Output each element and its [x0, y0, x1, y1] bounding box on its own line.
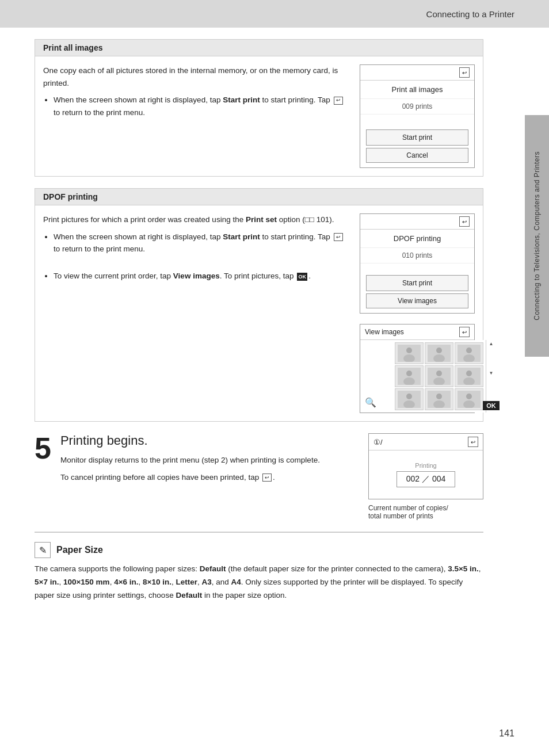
image-cell-1 [395, 342, 424, 364]
view-images-title: View images [365, 328, 404, 336]
step5-right: ①/ ↩ Printing 002 ／ 004 Current number o… [368, 433, 483, 520]
print-all-screen-title: Print all images [360, 81, 474, 99]
paper-size-text: The camera supports the following paper … [35, 563, 483, 602]
paper-size-title: Paper Size [56, 545, 103, 555]
image-cell-7 [395, 388, 424, 410]
print-all-screen-prints: 009 prints [360, 99, 474, 114]
back-icon: ↩ [334, 97, 343, 105]
scroll-bar: ▲ ▼ OK [486, 340, 496, 413]
print-all-screen-header: ↩ [360, 65, 474, 81]
print-all-images-text: One copy each of all pictures stored in … [43, 64, 348, 168]
svg-point-10 [406, 371, 412, 376]
svg-point-7 [466, 348, 472, 353]
dpof-screen1-prints: 010 prints [360, 248, 474, 264]
scroll-up-arrow: ▲ [489, 341, 494, 346]
svg-point-13 [436, 371, 442, 376]
back-icon-2: ↩ [334, 233, 343, 241]
svg-point-19 [406, 394, 412, 399]
image-cell-9 [455, 388, 483, 410]
dpof-bullet1: When the screen shown at right is displa… [54, 231, 348, 255]
dpof-printing-section: DPOF printing Print pictures for which a… [35, 188, 483, 422]
step5-text1: Monitor display returns to the print men… [60, 454, 351, 467]
dpof-printing-header: DPOF printing [35, 189, 483, 205]
printing-screen-back-icon: ↩ [468, 437, 478, 447]
printing-screen-body: Printing 002 ／ 004 [369, 450, 483, 499]
print-all-images-section: Print all images One copy each of all pi… [35, 39, 483, 177]
scroll-down-arrow: ▼ [489, 371, 494, 376]
svg-point-4 [436, 348, 442, 353]
paper-size-header: ✎ Paper Size [35, 542, 483, 558]
pencil-icon: ✎ [35, 542, 51, 558]
print-all-screen: ↩ Print all images 009 prints Start prin… [360, 64, 475, 168]
print-all-images-title: Print all images [43, 43, 102, 52]
step5-content: Printing begins. Monitor display returns… [60, 433, 351, 488]
view-images-header: View images ↩ [360, 324, 474, 340]
step5-text2: To cancel printing before all copies hav… [60, 471, 351, 484]
page-number: 141 [499, 728, 514, 739]
main-content: Print all images One copy each of all pi… [0, 28, 518, 614]
screen-back-icon: ↩ [459, 67, 470, 78]
dpof-start-btn[interactable]: Start print [366, 275, 468, 291]
image-grid-area [381, 340, 486, 413]
image-grid [381, 340, 486, 413]
printing-counter: 002 ／ 004 [396, 471, 456, 487]
printing-label: Printing [396, 462, 456, 469]
dpof-screens: ↩ DPOF printing 010 prints Start print V… [360, 213, 475, 413]
step5-title-text: Printing begins. [60, 433, 148, 448]
print-all-images-header: Print all images [35, 40, 483, 56]
svg-point-22 [436, 394, 442, 399]
image-cell-3 [455, 342, 483, 364]
image-cell-2 [425, 342, 453, 364]
image-cell-6 [455, 365, 483, 387]
view-images-content: 🔍 [360, 340, 474, 413]
dpof-screen1-header: ↩ [360, 214, 474, 230]
svg-point-16 [466, 371, 472, 376]
header-title: Connecting to a Printer [426, 9, 514, 19]
caption-text: Current number of copies/total number of… [368, 504, 448, 520]
page: Connecting to a Printer Connecting to Te… [0, 0, 549, 756]
zoom-icon: 🔍 [363, 395, 379, 410]
paper-size-section: ✎ Paper Size The camera supports the fol… [35, 532, 483, 602]
ok-icon: OK [297, 273, 307, 281]
print-all-bullet: When the screen shown at right is displa… [54, 94, 348, 119]
step5-section: 5 Printing begins. Monitor display retur… [35, 433, 483, 520]
step5-number: 5 [35, 433, 51, 463]
printing-screen-header: ①/ ↩ [369, 434, 483, 450]
printing-caption: Current number of copies/total number of… [368, 504, 448, 520]
dpof-bullet2: To view the current print order, tap Vie… [54, 270, 348, 282]
back-icon-3: ↩ [262, 474, 272, 482]
view-images-screen: View images ↩ 🔍 [360, 324, 475, 413]
printing-screen: ①/ ↩ Printing 002 ／ 004 [368, 433, 483, 499]
print-all-images-body: One copy each of all pictures stored in … [35, 56, 483, 176]
side-tab-text: Connecting to Televisions, Computers and… [533, 151, 541, 320]
dpof-printing-body: Print pictures for which a print order w… [35, 205, 483, 421]
svg-point-1 [406, 348, 412, 353]
dpof-screen1-back-icon: ↩ [459, 216, 470, 227]
zoom-area: 🔍 [360, 340, 381, 413]
svg-point-25 [466, 394, 472, 399]
print-all-cancel-btn[interactable]: Cancel [366, 148, 468, 163]
printing-screen-icon: ①/ [373, 438, 383, 446]
view-images-back-icon: ↩ [459, 327, 470, 337]
image-cell-4 [395, 365, 424, 387]
print-all-start-btn[interactable]: Start print [366, 129, 468, 146]
step5-text: Monitor display returns to the print men… [60, 454, 351, 483]
dpof-screen1-title: DPOF printing [360, 230, 474, 248]
ok-button[interactable]: OK [483, 401, 500, 410]
dpof-screen1: ↩ DPOF printing 010 prints Start print V… [360, 213, 475, 314]
dpof-printing-title: DPOF printing [43, 192, 98, 201]
image-cell-8 [425, 388, 453, 410]
dpof-body-text: Print pictures for which a print order w… [43, 213, 348, 226]
print-all-body-text: One copy each of all pictures stored in … [43, 64, 348, 89]
dpof-printing-text: Print pictures for which a print order w… [43, 213, 348, 413]
step5-title: Printing begins. [60, 433, 351, 448]
dpof-view-images-btn[interactable]: View images [366, 293, 468, 308]
image-cell-5 [425, 365, 453, 387]
step5-left: 5 Printing begins. Monitor display retur… [35, 433, 351, 520]
header-bar: Connecting to a Printer [0, 0, 549, 28]
side-tab: Connecting to Televisions, Computers and… [525, 115, 549, 357]
printing-counter-area: Printing 002 ／ 004 [396, 462, 456, 487]
